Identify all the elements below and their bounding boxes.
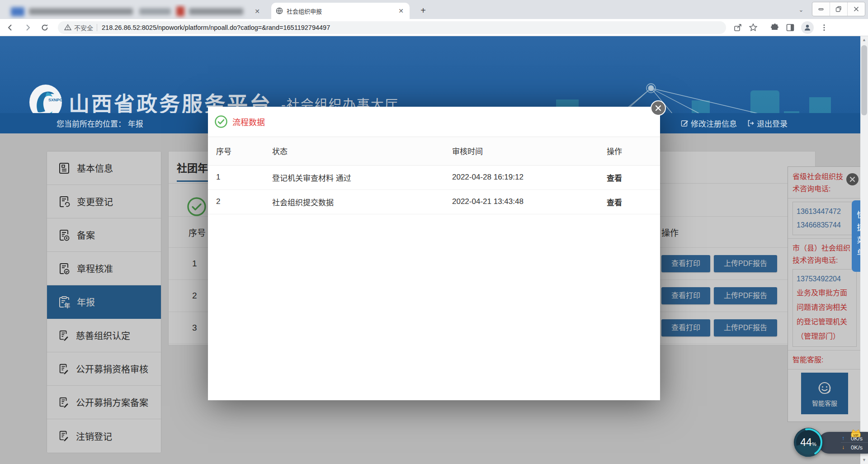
process-data-modal: 流程数据 序号 状态 审核时间 操作 1 登记机关审查材料 通过 2022-04… xyxy=(208,107,660,400)
upload-arrow-icon: ↑ xyxy=(842,435,844,442)
site-logo: SXNPO xyxy=(29,84,62,113)
bookmark-star-icon[interactable] xyxy=(749,23,758,32)
forward-icon[interactable] xyxy=(21,21,34,34)
col-audit-time: 审核时间 xyxy=(452,137,607,165)
process-check-icon xyxy=(214,115,228,128)
download-speed-value: 0K/s xyxy=(851,444,863,451)
toolbar-right-icons xyxy=(733,21,828,34)
blurred-tab-favicon xyxy=(11,7,24,16)
extensions-puzzle-icon[interactable] xyxy=(770,23,779,32)
table-row: 2 社会组织提交数据 2022-04-21 13:43:48 查看 xyxy=(208,189,660,214)
site-header: SXNPO 山西省政务服务平台 -社会组织办事大厅 xyxy=(0,36,868,113)
page-scrollbar[interactable]: ▲ ▼ xyxy=(860,36,868,464)
back-icon[interactable] xyxy=(4,21,17,34)
logo-text: SXNPO xyxy=(48,98,62,102)
reload-icon[interactable] xyxy=(38,21,52,34)
modal-close-button[interactable] xyxy=(651,100,666,116)
divider xyxy=(841,442,868,443)
modal-title: 流程数据 xyxy=(232,116,265,128)
cell-seq: 1 xyxy=(208,165,272,189)
col-action: 操作 xyxy=(607,137,660,165)
side-panel-icon[interactable] xyxy=(786,23,795,32)
col-status: 状态 xyxy=(272,137,452,165)
download-speed-row: ↓ 0K/s xyxy=(842,444,863,451)
url-bar[interactable]: 不安全 218.26.86.52:8025/npowork/platform/n… xyxy=(58,21,726,34)
scrollbar-down-icon[interactable]: ▼ xyxy=(860,456,868,464)
security-label[interactable]: 不安全 xyxy=(74,23,93,32)
inactive-tab[interactable]: ✕ xyxy=(4,4,268,19)
cell-status: 社会组织提交数据 xyxy=(272,189,452,214)
svg-text:VIP: VIP xyxy=(853,433,859,437)
close-tab-icon[interactable]: ✕ xyxy=(397,7,405,15)
cell-status: 登记机关审查材料 通过 xyxy=(272,165,452,189)
blurred-tab-text xyxy=(29,8,133,15)
speed-pill: ↑ 0K/s ↓ 0K/s VIP xyxy=(818,432,868,454)
globe-favicon-icon xyxy=(276,7,283,14)
edit-registration-label: 修改注册信息 xyxy=(691,118,737,129)
table-row: 1 登记机关审查材料 通过 2022-04-28 16:19:12 查看 xyxy=(208,165,660,189)
view-link[interactable]: 查看 xyxy=(607,199,622,207)
table-header-row: 序号 状态 审核时间 操作 xyxy=(208,137,660,165)
minimize-button[interactable] xyxy=(812,2,830,16)
progress-gauge[interactable]: 44% xyxy=(794,428,823,457)
edit-pencil-icon xyxy=(681,119,689,127)
cell-seq: 2 xyxy=(208,189,272,214)
process-table: 序号 状态 审核时间 操作 1 登记机关审查材料 通过 2022-04-28 1… xyxy=(208,137,660,214)
divider xyxy=(97,24,97,31)
browser-tab-strip: ✕ 社会组织申报 ✕ + ⌄ xyxy=(0,0,868,19)
not-secure-warning-icon xyxy=(64,24,71,31)
modal-header: 流程数据 xyxy=(208,107,660,137)
profile-avatar[interactable] xyxy=(801,21,814,34)
vip-crown-badge: VIP xyxy=(849,427,863,439)
blurred-tab-mark xyxy=(176,6,184,16)
profile-icon xyxy=(803,24,811,32)
col-seq: 序号 xyxy=(208,137,272,165)
logout-icon xyxy=(747,119,755,127)
download-arrow-icon: ↓ xyxy=(842,444,844,451)
gauge-percent: 44% xyxy=(794,436,823,449)
window-controls xyxy=(812,2,865,16)
logout-link[interactable]: 退出登录 xyxy=(747,118,788,129)
browser-menu-kebab-icon[interactable] xyxy=(820,24,828,32)
close-window-button[interactable] xyxy=(848,2,865,16)
tab-search-chevron-icon[interactable]: ⌄ xyxy=(796,5,807,15)
breadcrumb: 您当前所在的位置： 年报 xyxy=(57,118,143,129)
restore-button[interactable] xyxy=(830,2,848,16)
close-tab-icon[interactable]: ✕ xyxy=(253,7,261,15)
blurred-tab-text xyxy=(189,8,243,15)
download-speed-widget[interactable]: ↑ 0K/s ↓ 0K/s VIP 44% xyxy=(791,425,859,461)
blurred-tab-text xyxy=(139,8,171,15)
tab-title: 社会组织申报 xyxy=(287,7,397,15)
url-text[interactable]: 218.26.86.52:8025/npowork/platform/npoal… xyxy=(102,24,330,31)
new-tab-button[interactable]: + xyxy=(417,5,429,17)
cell-time: 2022-04-21 13:43:48 xyxy=(452,189,607,214)
scrollbar-up-icon[interactable]: ▲ xyxy=(860,36,868,44)
view-link[interactable]: 查看 xyxy=(607,174,622,183)
edit-registration-link[interactable]: 修改注册信息 xyxy=(681,118,737,129)
logout-label: 退出登录 xyxy=(757,118,788,129)
scrollbar-thumb[interactable] xyxy=(861,45,867,115)
cell-time: 2022-04-28 16:19:12 xyxy=(452,165,607,189)
share-icon[interactable] xyxy=(733,23,742,32)
browser-toolbar: 不安全 218.26.86.52:8025/npowork/platform/n… xyxy=(0,19,868,36)
active-tab[interactable]: 社会组织申报 ✕ xyxy=(271,3,410,19)
